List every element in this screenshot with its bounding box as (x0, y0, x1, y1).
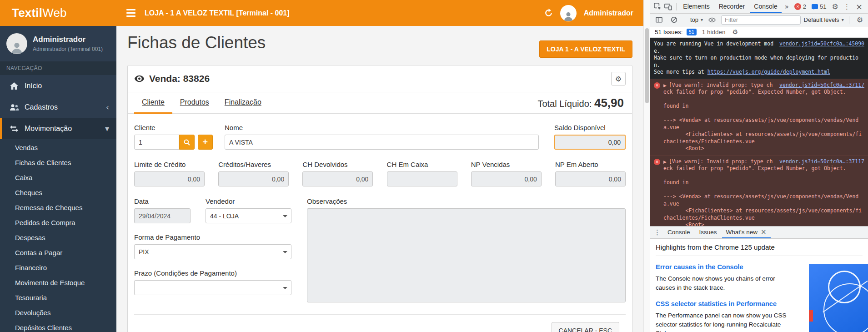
console-settings-icon[interactable]: ⚙ (854, 15, 865, 24)
np-vencidas-input (471, 171, 542, 186)
sidebar-subitem-pedidos-de-compra[interactable]: Pedidos de Compra (0, 215, 116, 230)
sidebar-item-label: Início (25, 82, 42, 90)
console-log-area: vendor.js?id=50cfc0a…:45090You are runni… (650, 38, 868, 226)
expand-arrow-icon[interactable]: ▶ (663, 83, 667, 88)
page-scrollbar[interactable] (643, 0, 650, 332)
expand-arrow-icon[interactable]: ▶ (663, 160, 667, 164)
sidebar-subitem-tesouraria[interactable]: Tesouraria (0, 290, 116, 305)
topbar-username[interactable]: Administrador (584, 9, 633, 17)
console-message-error[interactable]: × vendor.js?id=50cfc0a…:37117▶[Vue warn]… (650, 156, 868, 226)
sidebar-item-cadastros[interactable]: Cadastros ‹ (0, 96, 116, 118)
hamburger-menu-icon[interactable] (126, 9, 135, 17)
sidebar-subitem-devolucoes[interactable]: Devoluções (0, 305, 116, 320)
console-message-error[interactable]: × vendor.js?id=50cfc0a…:37117▶[Vue warn]… (650, 79, 868, 156)
home-icon (9, 82, 19, 90)
close-icon[interactable]: × (761, 228, 767, 236)
cancel-button[interactable]: CANCELAR - ESC (552, 322, 619, 332)
drawer-tab-issues[interactable]: Issues (695, 226, 721, 238)
devtools-tab-recorder[interactable]: Recorder (715, 0, 749, 13)
observacoes-textarea (307, 208, 626, 302)
issues-count-label[interactable]: 51 Issues: (655, 29, 683, 35)
devtools-settings-icon[interactable]: ⚙ (830, 2, 841, 11)
devtools-close-icon[interactable]: × (853, 2, 865, 11)
data-input (134, 208, 191, 223)
topbar-avatar[interactable] (560, 5, 577, 21)
console-filter-input[interactable] (721, 15, 800, 25)
chevron-down-icon: ▾ (842, 17, 844, 22)
vendedor-select[interactable]: 44 - LOJA (206, 208, 291, 223)
tab-produtos[interactable]: Produtos (172, 92, 217, 114)
creditos-haveres-input (218, 171, 289, 186)
sidebar-submenu: Vendas Fichas de Clientes Caixa Cheques … (0, 139, 116, 332)
search-client-button[interactable] (179, 135, 195, 150)
tab-finalizacao[interactable]: Finalização (217, 92, 269, 114)
artwork-red-tag (809, 310, 813, 322)
message-bubble-icon (812, 4, 818, 9)
store-button[interactable]: LOJA 1 - A VELOZ TEXTIL (539, 40, 632, 58)
gear-icon: ⚙ (615, 75, 622, 83)
whats-new-heading-link[interactable]: CSS selector statistics in Performance (656, 300, 792, 307)
sidebar-subitem-depositos-clientes[interactable]: Depósitos Clientes (0, 320, 116, 332)
app-logo[interactable]: TextilWeb (0, 0, 116, 26)
deployment-guide-link[interactable]: https://vuejs.org/guide/deployment.html (707, 69, 830, 75)
sidebar-subitem-fichas-de-clientes[interactable]: Fichas de Clientes (0, 155, 116, 170)
devtools-tab-elements[interactable]: Elements (679, 0, 713, 13)
prazo-select[interactable] (134, 280, 291, 295)
log-levels-select[interactable]: Default levels ▾ (804, 16, 844, 23)
forma-pagamento-select[interactable]: PIX (134, 244, 291, 259)
sidebar-subitem-contas-a-pagar[interactable]: Contas a Pagar (0, 245, 116, 260)
whats-new-heading-link[interactable]: Error causes in the Console (656, 263, 792, 271)
drawer-tab-console[interactable]: Console (663, 226, 694, 238)
ch-devolvidos-label: CH Devolvidos (302, 161, 373, 168)
nav-section-label: NAVEGAÇÃO (0, 61, 116, 75)
source-link[interactable]: vendor.js?id=50cfc0a…:37117 (779, 82, 864, 89)
devtools-tab-console[interactable]: Console (750, 0, 781, 13)
add-client-button[interactable]: + (198, 135, 213, 150)
eye-icon (134, 75, 145, 82)
card-settings-button[interactable]: ⚙ (611, 72, 626, 86)
whats-new-text: The Console now shows you chains of erro… (656, 274, 792, 292)
sidebar-subitem-cheques[interactable]: Cheques (0, 185, 116, 200)
sidebar-subitem-caixa[interactable]: Caixa (0, 170, 116, 185)
sidebar-item-label: Movimentação (25, 125, 72, 133)
frame-context-select[interactable]: top ▾ (690, 16, 703, 23)
sidebar-item-movimentacao[interactable]: Movimentação ▾ (0, 118, 116, 139)
prazo-label: Prazo (Condições de Pagamento) (134, 269, 291, 277)
topbar-right: Administrador (544, 5, 633, 21)
device-toolbar-icon[interactable] (663, 1, 673, 13)
sidebar-subitem-movimento-de-estoque[interactable]: Movimento de Estoque (0, 275, 116, 290)
sidebar-subitem-remessa-de-cheques[interactable]: Remessa de Cheques (0, 200, 116, 215)
hidden-messages-label: 1 hidden (702, 29, 726, 35)
drawer-tab-whats-new[interactable]: What's new × (722, 226, 771, 238)
inspect-element-icon[interactable] (653, 1, 662, 13)
scrollbar-thumb[interactable] (645, 28, 649, 103)
search-icon (184, 139, 190, 146)
users-icon (9, 104, 19, 111)
chevron-left-icon: ‹ (106, 102, 109, 112)
sidebar-subitem-financeiro[interactable]: Financeiro (0, 260, 116, 275)
message-count-badge[interactable]: 51 (809, 3, 828, 10)
status-settings-icon[interactable]: ⚙ (730, 28, 741, 35)
clear-console-icon[interactable] (668, 14, 680, 26)
devtools-panel: Elements Recorder Console » × 2 51 ⚙ ⋮ × (650, 0, 868, 332)
issues-badge[interactable]: 51 (687, 29, 697, 35)
devtools-menu-icon[interactable]: ⋮ (842, 3, 852, 11)
cliente-input[interactable] (134, 135, 179, 150)
sidebar-subitem-vendas[interactable]: Vendas (0, 140, 116, 155)
console-message-info[interactable]: vendor.js?id=50cfc0a…:45090You are runni… (650, 38, 868, 79)
sidebar: TextilWeb Administrador Administrador (T… (0, 0, 116, 332)
more-tabs-icon[interactable]: » (783, 3, 791, 11)
error-count-badge[interactable]: × 2 (792, 3, 808, 10)
live-expression-eye-icon[interactable] (706, 14, 718, 26)
source-link[interactable]: vendor.js?id=50cfc0a…:45090 (779, 40, 864, 48)
cliente-form: Cliente + (128, 114, 632, 332)
console-sidebar-toggle-icon[interactable] (653, 14, 665, 26)
nome-input[interactable] (225, 135, 539, 150)
refresh-icon[interactable] (544, 9, 553, 17)
venda-card: Venda: 83826 ⚙ Cliente Produtos Finaliza… (127, 65, 632, 332)
sidebar-subitem-despesas[interactable]: Despesas (0, 230, 116, 245)
tab-cliente[interactable]: Cliente (134, 92, 172, 114)
source-link[interactable]: vendor.js?id=50cfc0a…:37117 (779, 158, 864, 166)
sidebar-item-inicio[interactable]: Início (0, 75, 116, 96)
drawer-menu-icon[interactable]: ⋮ (652, 228, 662, 236)
